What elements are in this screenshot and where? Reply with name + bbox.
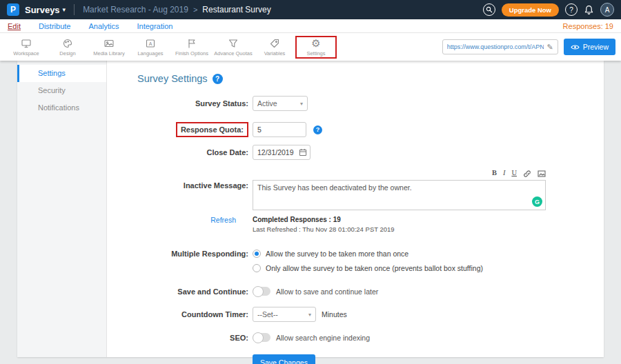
logo-letter: P bbox=[10, 5, 16, 14]
design-palette-icon bbox=[62, 38, 73, 49]
inactive-message-text: This Survey has been deactivated by the … bbox=[257, 183, 412, 192]
seo-toggle[interactable] bbox=[253, 333, 270, 342]
toolbar-item-settings[interactable]: ⚙ Settings bbox=[295, 36, 337, 59]
bold-button[interactable]: B bbox=[492, 170, 497, 177]
page-title: Survey Settings bbox=[137, 73, 208, 84]
countdown-timer-unit: Minutes bbox=[322, 310, 347, 318]
toolbar-item-label: Design bbox=[59, 50, 75, 57]
radio-selected-icon[interactable] bbox=[253, 250, 261, 258]
italic-button[interactable]: I bbox=[503, 170, 506, 177]
questionpro-logo[interactable]: P bbox=[7, 3, 19, 16]
save-and-continue-toggle[interactable] bbox=[253, 287, 270, 296]
sidebar-item-notifications[interactable]: Notifications bbox=[17, 99, 106, 117]
response-quota-help-icon[interactable]: ? bbox=[313, 125, 322, 134]
search-icon[interactable] bbox=[483, 3, 495, 16]
user-avatar[interactable]: A bbox=[600, 3, 614, 17]
radio-allow-multiple[interactable]: Allow the survey to be taken more than o… bbox=[253, 250, 483, 258]
preview-label: Preview bbox=[583, 43, 609, 51]
tab-distribute[interactable]: Distribute bbox=[39, 22, 70, 30]
survey-url-input[interactable] bbox=[447, 43, 544, 50]
title-help-icon[interactable]: ? bbox=[213, 74, 223, 84]
multiple-responding-row: Multiple Responding: Allow the survey to… bbox=[107, 250, 604, 272]
chevron-down-icon: ▾ bbox=[295, 101, 303, 107]
response-quota-input[interactable] bbox=[253, 122, 306, 137]
page-content: Settings Security Notifications Survey S… bbox=[0, 61, 621, 364]
survey-url-box: ✎ bbox=[442, 39, 558, 54]
sidebar-item-security[interactable]: Security bbox=[17, 82, 106, 99]
toolbar-item-media-library[interactable]: Media Library bbox=[88, 36, 130, 59]
chevron-down-icon[interactable]: ▾ bbox=[63, 6, 66, 13]
refresh-info: Completed Responses : 19 Last Refreshed … bbox=[253, 216, 395, 233]
settings-main: Survey Settings ? Survey Status: Active … bbox=[107, 61, 604, 357]
survey-status-value: Active bbox=[257, 99, 277, 108]
radio-unselected-icon[interactable] bbox=[253, 264, 261, 272]
inactive-message-row: Inactive Message: B I U This Survey has … bbox=[107, 168, 604, 210]
radio-label: Only allow the survey to be taken once (… bbox=[266, 264, 483, 272]
seo-row: SEO: Allow search engine indexing bbox=[107, 333, 604, 342]
divider bbox=[74, 4, 75, 15]
edit-url-pencil-icon[interactable]: ✎ bbox=[546, 43, 553, 52]
preview-button[interactable]: Preview bbox=[564, 39, 615, 55]
response-quota-label-wrap: Response Quota: bbox=[107, 122, 248, 137]
responses-count: Responses: 19 bbox=[563, 22, 613, 30]
breadcrumb-survey-name[interactable]: Restaurant Survey bbox=[202, 5, 270, 14]
svg-text:A: A bbox=[149, 41, 152, 46]
toolbar-item-label: Finish Options bbox=[175, 50, 208, 57]
languages-icon: A bbox=[145, 38, 156, 49]
notifications-bell-icon[interactable] bbox=[584, 5, 594, 15]
completed-responses-text: Completed Responses : 19 bbox=[253, 216, 395, 223]
link-icon[interactable] bbox=[523, 170, 531, 178]
tab-analytics[interactable]: Analytics bbox=[88, 22, 119, 30]
image-icon[interactable] bbox=[538, 170, 546, 178]
upgrade-now-button[interactable]: Upgrade Now bbox=[502, 3, 559, 17]
save-and-continue-row: Save and Continue: Allow to save and con… bbox=[107, 287, 604, 296]
toolbar-item-variables[interactable]: Variables bbox=[254, 36, 295, 59]
toolbar-item-languages[interactable]: A Languages bbox=[130, 36, 171, 59]
help-icon[interactable]: ? bbox=[565, 3, 578, 16]
breadcrumb-folder[interactable]: Market Research - Aug 2019 bbox=[83, 5, 188, 14]
save-and-continue-label: Save and Continue: bbox=[107, 287, 248, 296]
media-library-icon bbox=[103, 38, 115, 49]
product-menu-surveys[interactable]: Surveys bbox=[25, 5, 60, 15]
eye-icon bbox=[571, 44, 580, 50]
survey-status-select[interactable]: Active ▾ bbox=[253, 96, 308, 111]
top-bar: P Surveys ▾ Market Research - Aug 2019 >… bbox=[0, 0, 621, 19]
toolbar-item-finish-options[interactable]: Finish Options bbox=[171, 36, 213, 59]
close-date-label: Close Date: bbox=[107, 148, 248, 156]
edit-toolbar: Workspace Design Media Library A Languag… bbox=[0, 33, 621, 61]
sidebar-item-settings[interactable]: Settings bbox=[17, 65, 106, 82]
tab-integration[interactable]: Integration bbox=[137, 22, 172, 30]
toolbar-item-design[interactable]: Design bbox=[47, 36, 88, 59]
close-date-field bbox=[253, 145, 310, 160]
response-quota-row: Response Quota: ? bbox=[107, 122, 604, 137]
seo-label: SEO: bbox=[107, 334, 248, 342]
inactive-message-label: Inactive Message: bbox=[107, 168, 248, 190]
radio-label: Allow the survey to be taken more than o… bbox=[266, 250, 408, 258]
toolbar-item-label: Advance Quotas bbox=[214, 50, 252, 57]
countdown-timer-label: Countdown Timer: bbox=[107, 310, 248, 318]
settings-sidebar: Settings Security Notifications bbox=[17, 61, 107, 357]
tab-edit[interactable]: Edit bbox=[8, 22, 21, 30]
inactive-message-textarea[interactable]: This Survey has been deactivated by the … bbox=[253, 180, 546, 210]
settings-panel: Settings Security Notifications Survey S… bbox=[17, 61, 604, 357]
breadcrumb-separator: > bbox=[193, 6, 197, 14]
response-quota-label: Response Quota: bbox=[176, 122, 248, 137]
toolbar-item-label: Variables bbox=[264, 50, 286, 57]
grammarly-icon[interactable]: G bbox=[532, 196, 542, 207]
refresh-row: Refresh Completed Responses : 19 Last Re… bbox=[107, 216, 604, 233]
countdown-timer-select[interactable]: --Set-- ▾ bbox=[253, 307, 316, 322]
underline-button[interactable]: U bbox=[511, 170, 517, 177]
save-changes-button[interactable]: Save Changes bbox=[253, 354, 315, 364]
refresh-link[interactable]: Refresh bbox=[210, 216, 236, 224]
settings-gear-icon: ⚙ bbox=[311, 38, 320, 49]
topbar-actions: Upgrade Now ? A bbox=[483, 3, 614, 17]
survey-nav-tabs: Edit Distribute Analytics Integration Re… bbox=[0, 19, 621, 33]
toolbar-item-label: Workspace bbox=[13, 50, 39, 57]
radio-only-once[interactable]: Only allow the survey to be taken once (… bbox=[253, 264, 483, 272]
toolbar-item-label: Media Library bbox=[93, 50, 124, 57]
close-date-row: Close Date: bbox=[107, 145, 604, 160]
chevron-down-icon: ▾ bbox=[303, 312, 311, 318]
calendar-icon[interactable] bbox=[299, 148, 307, 156]
toolbar-item-workspace[interactable]: Workspace bbox=[6, 36, 47, 59]
toolbar-item-advance-quotas[interactable]: Advance Quotas bbox=[213, 36, 254, 59]
